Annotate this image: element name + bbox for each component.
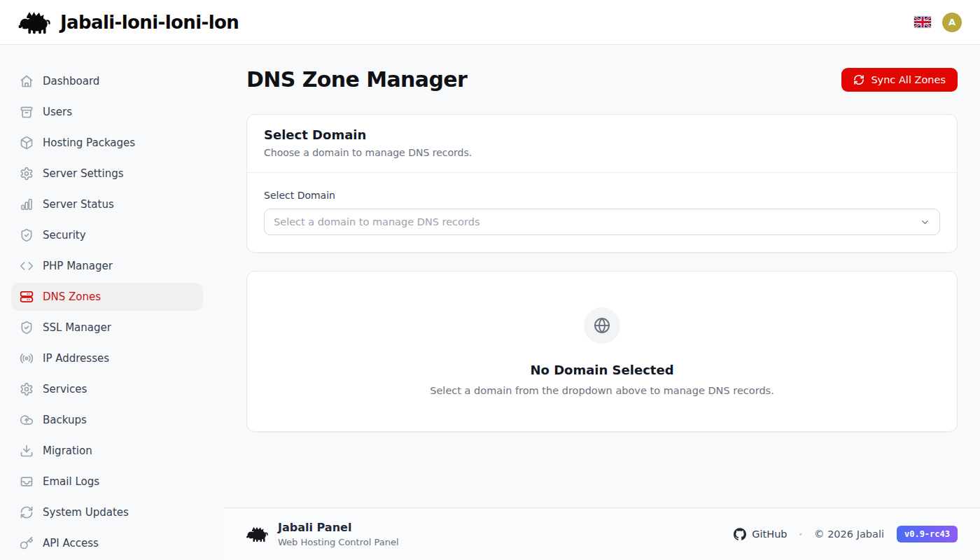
sidebar-item-label: PHP Manager (43, 260, 113, 272)
boar-logo-icon (246, 526, 269, 542)
sidebar-item-dashboard[interactable]: Dashboard (11, 67, 203, 95)
sync-button-label: Sync All Zones (871, 74, 946, 85)
uk-flag-icon[interactable] (914, 16, 931, 28)
home-icon (20, 74, 34, 88)
avatar[interactable]: A (942, 13, 962, 32)
globe-icon (594, 317, 610, 334)
sidebar-item-server-status[interactable]: Server Status (11, 190, 203, 218)
footer-separator: • (799, 530, 804, 539)
empty-state-title: No Domain Selected (530, 363, 673, 377)
refresh-icon (20, 505, 34, 519)
sidebar-item-php-manager[interactable]: PHP Manager (11, 252, 203, 280)
app-title: Jabali-loni-loni-lon (60, 12, 239, 33)
card-subtitle: Choose a domain to manage DNS records. (264, 147, 940, 158)
refresh-icon (853, 74, 864, 85)
sidebar-item-label: Email Logs (43, 475, 99, 488)
footer-brand-subtitle: Web Hosting Control Panel (278, 537, 399, 547)
sidebar-item-label: IP Addresses (43, 352, 109, 365)
domain-select-label: Select Domain (264, 190, 940, 201)
cloud-upload-icon (20, 413, 34, 427)
sidebar-item-label: Services (43, 383, 87, 396)
bar-chart-icon (20, 197, 34, 211)
sidebar-item-label: Migration (43, 444, 92, 457)
shield-check-icon (20, 321, 34, 335)
version-badge: v0.9-rc43 (897, 526, 958, 542)
sidebar-item-label: Server Settings (43, 167, 123, 180)
copyright-text: © 2026 Jabali (814, 528, 884, 540)
gear-icon (20, 382, 34, 396)
main-area: DNS Zone Manager Sync All Zones Select D… (224, 45, 980, 560)
globe-icon-circle (584, 307, 620, 344)
download-icon (20, 444, 34, 458)
archive-icon (20, 105, 34, 119)
domain-select[interactable]: Select a domain to manage DNS records (264, 209, 940, 235)
sidebar-item-dns-zones[interactable]: DNS Zones (11, 283, 203, 311)
sidebar-item-services[interactable]: Services (11, 375, 203, 403)
app-header: Jabali-loni-loni-lon A (0, 0, 980, 45)
empty-state-message: Select a domain from the dropdown above … (430, 385, 774, 396)
sidebar-item-ip-addresses[interactable]: IP Addresses (11, 344, 203, 372)
sidebar-item-migration[interactable]: Migration (11, 437, 203, 465)
sync-all-zones-button[interactable]: Sync All Zones (841, 68, 958, 92)
footer-brand-name: Jabali Panel (278, 521, 399, 534)
sidebar-item-server-settings[interactable]: Server Settings (11, 160, 203, 188)
code-icon (20, 259, 34, 273)
inbox-icon (20, 475, 34, 489)
select-domain-card: Select Domain Choose a domain to manage … (246, 114, 958, 253)
sidebar-item-email-logs[interactable]: Email Logs (11, 468, 203, 496)
server-icon (20, 290, 34, 304)
sidebar-item-system-updates[interactable]: System Updates (11, 498, 203, 526)
sidebar-item-backups[interactable]: Backups (11, 406, 203, 434)
sidebar-item-api-access[interactable]: API Access (11, 529, 203, 557)
sidebar-item-label: Backups (43, 414, 87, 426)
github-label: GitHub (752, 528, 787, 540)
header-actions: A (914, 13, 962, 32)
sidebar-item-label: API Access (43, 537, 99, 550)
card-title: Select Domain (264, 127, 940, 142)
sidebar-item-label: Server Status (43, 198, 114, 211)
boar-logo-icon (18, 10, 52, 34)
sidebar-item-label: Dashboard (43, 75, 99, 88)
package-icon (20, 136, 34, 150)
sidebar-item-label: Security (43, 229, 86, 241)
radio-icon (20, 351, 34, 365)
brand: Jabali-loni-loni-lon (18, 10, 239, 34)
sidebar-item-security[interactable]: Security (11, 221, 203, 249)
page-title: DNS Zone Manager (246, 67, 467, 92)
sidebar-item-label: DNS Zones (43, 290, 101, 303)
empty-state-card: No Domain Selected Select a domain from … (246, 271, 958, 432)
sidebar: Dashboard Users Hosting Packages Server … (0, 45, 224, 560)
shield-check-icon (20, 228, 34, 242)
key-icon (20, 536, 34, 550)
sidebar-item-users[interactable]: Users (11, 98, 203, 126)
sidebar-item-hosting-packages[interactable]: Hosting Packages (11, 129, 203, 157)
sidebar-item-label: SSL Manager (43, 321, 111, 334)
sidebar-item-label: System Updates (43, 506, 129, 519)
sidebar-item-label: Users (43, 106, 72, 118)
github-link[interactable]: GitHub (734, 528, 787, 540)
sidebar-item-ssl-manager[interactable]: SSL Manager (11, 314, 203, 342)
gear-icon (20, 167, 34, 181)
footer: Jabali Panel Web Hosting Control Panel G… (224, 507, 980, 560)
sidebar-item-label: Hosting Packages (43, 136, 135, 149)
chevron-down-icon (920, 217, 930, 227)
domain-select-placeholder: Select a domain to manage DNS records (274, 216, 479, 227)
github-icon (734, 528, 746, 540)
